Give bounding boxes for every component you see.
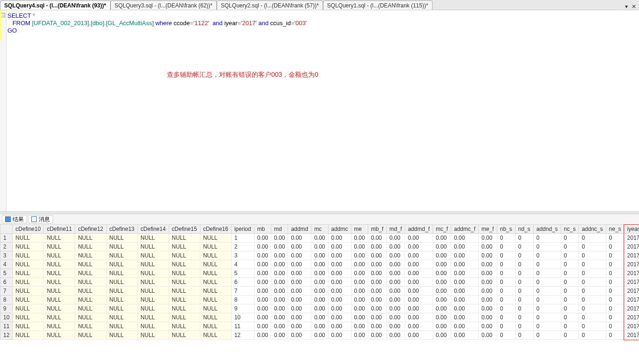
cell-money[interactable]: 0.00 (271, 251, 288, 260)
cell-iperiod[interactable]: 3 (231, 251, 254, 260)
cell-null[interactable]: NULL (137, 322, 169, 331)
cell-num[interactable]: 0 (579, 278, 606, 287)
cell-money[interactable]: 0.00 (311, 296, 328, 304)
cell-money[interactable]: 0.00 (451, 304, 478, 313)
cell-null[interactable]: NULL (106, 269, 137, 278)
cell-money[interactable]: 0.00 (328, 296, 351, 304)
cell-iperiod[interactable]: 11 (231, 322, 254, 331)
col-ne_s[interactable]: ne_s (606, 225, 624, 234)
cell-money[interactable]: 0.00 (288, 313, 311, 322)
cell-money[interactable]: 0.00 (368, 251, 386, 260)
col-cDefine12[interactable]: cDefine12 (75, 225, 106, 234)
cell-null[interactable]: NULL (75, 243, 106, 251)
cell-num[interactable]: 0 (606, 313, 624, 322)
cell-null[interactable]: NULL (137, 331, 169, 340)
cell-money[interactable]: 0.00 (271, 296, 288, 304)
cell-num[interactable]: 0 (579, 304, 606, 313)
cell-money[interactable]: 0.00 (288, 260, 311, 269)
cell-money[interactable]: 0.00 (288, 287, 311, 296)
cell-money[interactable]: 0.00 (451, 287, 478, 296)
cell-num[interactable]: 0 (515, 251, 533, 260)
cell-money[interactable]: 0.00 (368, 269, 386, 278)
cell-money[interactable]: 0.00 (328, 243, 351, 251)
table-row[interactable]: 8NULLNULLNULLNULLNULLNULLNULL80.000.000.… (0, 296, 639, 304)
sql-editor[interactable]: − SELECT * FROM [UFDATA_002_2013].[dbo].… (0, 10, 639, 211)
cell-null[interactable]: NULL (137, 313, 169, 322)
cell-num[interactable]: 0 (561, 313, 578, 322)
cell-null[interactable]: NULL (44, 322, 75, 331)
row-number-cell[interactable]: 1 (0, 234, 13, 243)
cell-money[interactable]: 0.00 (405, 278, 433, 287)
cell-null[interactable]: NULL (13, 331, 44, 340)
cell-money[interactable]: 0.00 (368, 296, 386, 304)
cell-money[interactable]: 0.00 (479, 260, 497, 269)
cell-num[interactable]: 0 (497, 260, 515, 269)
cell-money[interactable]: 0.00 (254, 287, 271, 296)
col-mb_f[interactable]: mb_f (368, 225, 386, 234)
results-tab[interactable]: 结果 (2, 215, 27, 223)
row-number-cell[interactable]: 9 (0, 304, 13, 313)
cell-money[interactable]: 0.00 (351, 331, 368, 340)
col-md_f[interactable]: md_f (386, 225, 405, 234)
cell-money[interactable]: 0.00 (405, 234, 433, 243)
cell-null[interactable]: NULL (44, 287, 75, 296)
cell-money[interactable]: 0.00 (386, 313, 405, 322)
col-iyear[interactable]: iyear (624, 225, 639, 234)
cell-iyear[interactable]: 2017 (624, 234, 639, 243)
cell-money[interactable]: 0.00 (405, 251, 433, 260)
cell-num[interactable]: 0 (533, 287, 561, 296)
cell-money[interactable]: 0.00 (433, 269, 451, 278)
cell-num[interactable]: 0 (515, 260, 533, 269)
cell-num[interactable]: 0 (606, 287, 624, 296)
cell-money[interactable]: 0.00 (405, 313, 433, 322)
col-mb[interactable]: mb (254, 225, 271, 234)
cell-null[interactable]: NULL (75, 234, 106, 243)
cell-num[interactable]: 0 (606, 304, 624, 313)
cell-iperiod[interactable]: 10 (231, 313, 254, 322)
cell-null[interactable]: NULL (137, 278, 169, 287)
cell-null[interactable]: NULL (75, 304, 106, 313)
cell-num[interactable]: 0 (533, 313, 561, 322)
cell-money[interactable]: 0.00 (386, 304, 405, 313)
cell-money[interactable]: 0.00 (271, 304, 288, 313)
cell-null[interactable]: NULL (44, 234, 75, 243)
cell-money[interactable]: 0.00 (328, 251, 351, 260)
col-cDefine15[interactable]: cDefine15 (169, 225, 200, 234)
cell-money[interactable]: 0.00 (451, 251, 478, 260)
cell-num[interactable]: 0 (533, 278, 561, 287)
cell-num[interactable]: 0 (579, 296, 606, 304)
cell-money[interactable]: 0.00 (328, 278, 351, 287)
messages-tab[interactable]: 消息 (28, 215, 53, 223)
cell-null[interactable]: NULL (44, 313, 75, 322)
row-number-cell[interactable]: 11 (0, 322, 13, 331)
cell-money[interactable]: 0.00 (405, 269, 433, 278)
col-md[interactable]: md (271, 225, 288, 234)
cell-money[interactable]: 0.00 (433, 243, 451, 251)
cell-iyear[interactable]: 2017 (624, 287, 639, 296)
cell-money[interactable]: 0.00 (405, 287, 433, 296)
cell-money[interactable]: 0.00 (271, 278, 288, 287)
cell-null[interactable]: NULL (106, 278, 137, 287)
cell-money[interactable]: 0.00 (405, 322, 433, 331)
col-nc_s[interactable]: nc_s (561, 225, 578, 234)
cell-null[interactable]: NULL (200, 331, 231, 340)
cell-money[interactable]: 0.00 (351, 251, 368, 260)
cell-money[interactable]: 0.00 (311, 331, 328, 340)
tab-close-icon[interactable]: ✕ (631, 3, 637, 10)
cell-money[interactable]: 0.00 (386, 278, 405, 287)
cell-num[interactable]: 0 (561, 260, 578, 269)
cell-money[interactable]: 0.00 (433, 296, 451, 304)
cell-iyear[interactable]: 2017 (624, 331, 639, 340)
cell-null[interactable]: NULL (169, 313, 200, 322)
cell-money[interactable]: 0.00 (271, 234, 288, 243)
cell-num[interactable]: 0 (497, 296, 515, 304)
cell-null[interactable]: NULL (137, 251, 169, 260)
cell-num[interactable]: 0 (561, 322, 578, 331)
row-number-cell[interactable]: 6 (0, 278, 13, 287)
cell-money[interactable]: 0.00 (311, 287, 328, 296)
cell-null[interactable]: NULL (200, 234, 231, 243)
cell-money[interactable]: 0.00 (479, 304, 497, 313)
cell-null[interactable]: NULL (75, 331, 106, 340)
cell-money[interactable]: 0.00 (288, 234, 311, 243)
cell-money[interactable]: 0.00 (433, 331, 451, 340)
